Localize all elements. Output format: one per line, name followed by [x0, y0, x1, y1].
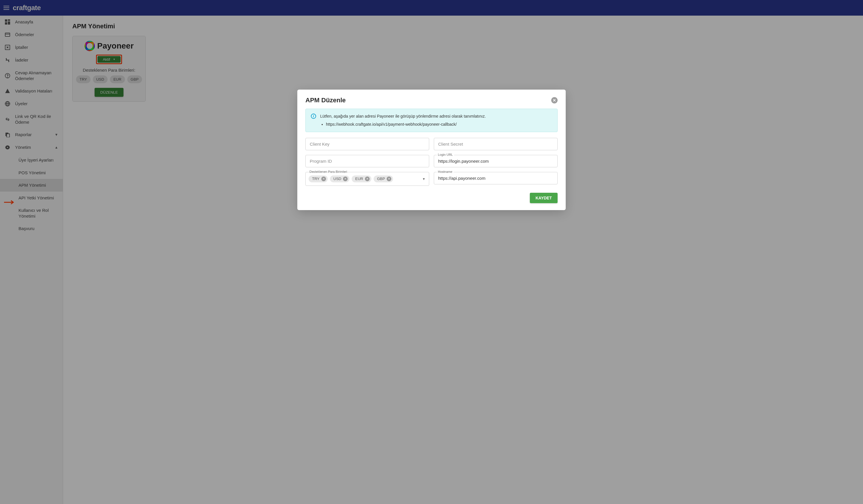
info-url: https://webhook.craftgate.io/api/v1/paym… [326, 121, 486, 127]
info-text: Lütfen, aşağıda yer alan adresi Payoneer… [320, 113, 486, 119]
program-id-input[interactable] [305, 155, 429, 167]
currency-chip: GBP✕ [374, 176, 393, 182]
remove-icon[interactable]: ✕ [343, 177, 348, 181]
client-secret-field [434, 138, 558, 150]
currency-chip: USD✕ [330, 176, 349, 182]
hostname-label: Hostname [437, 170, 453, 173]
client-secret-input[interactable] [434, 138, 558, 150]
remove-icon[interactable]: ✕ [387, 177, 391, 181]
currencies-field: Desteklenen Para Birimleri TRY✕ USD✕ EUR… [305, 172, 429, 186]
program-id-field [305, 155, 429, 167]
login-url-field: Login URL [434, 155, 558, 167]
client-key-input[interactable] [305, 138, 429, 150]
login-url-label: Login URL [437, 153, 454, 156]
close-icon[interactable]: ✕ [551, 97, 558, 103]
currency-chip: TRY✕ [309, 176, 328, 182]
client-key-field [305, 138, 429, 150]
currency-chip: EUR✕ [352, 176, 371, 182]
hostname-input[interactable] [434, 172, 558, 184]
remove-icon[interactable]: ✕ [321, 177, 326, 181]
currencies-multiselect[interactable]: TRY✕ USD✕ EUR✕ GBP✕ ▼ [305, 172, 429, 186]
modal-overlay[interactable]: APM Düzenle ✕ i Lütfen, aşağıda yer alan… [0, 0, 863, 504]
info-icon: i [311, 114, 316, 119]
hostname-field: Hostname [434, 172, 558, 186]
caret-down-icon: ▼ [422, 177, 425, 181]
remove-icon[interactable]: ✕ [365, 177, 370, 181]
modal-title: APM Düzenle [305, 96, 346, 104]
login-url-input[interactable] [434, 155, 558, 167]
edit-modal: APM Düzenle ✕ i Lütfen, aşağıda yer alan… [297, 90, 566, 210]
save-button[interactable]: KAYDET [530, 193, 558, 203]
info-box: i Lütfen, aşağıda yer alan adresi Payone… [305, 109, 558, 132]
